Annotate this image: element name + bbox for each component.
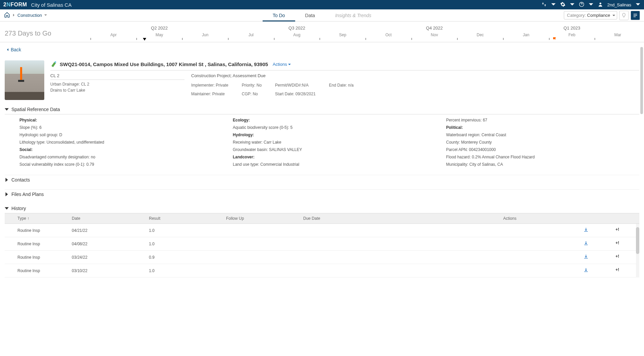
main-scrollbar[interactable] <box>639 47 644 277</box>
download-icon[interactable] <box>583 227 589 234</box>
section-toggle-files[interactable]: Files And Plans <box>5 190 639 199</box>
cell-result: 1.0 <box>149 242 226 246</box>
srd-item: Aquatic biodiversity score (0-5): 5 <box>233 125 426 130</box>
col-actions[interactable]: Actions <box>380 216 639 221</box>
gear-icon[interactable] <box>560 2 566 8</box>
breadcrumb-link[interactable]: Construction <box>17 13 42 18</box>
actions-dropdown[interactable]: Actions <box>273 62 291 67</box>
srd-item: Hydrologic soil group: D <box>19 133 213 137</box>
home-icon[interactable] <box>4 12 10 19</box>
chevron-down-icon <box>288 63 291 66</box>
project-title: SWQ21-0014, Campos Mixed Use Buildings, … <box>60 61 268 67</box>
cell-type: Routine Insp <box>5 228 72 233</box>
section-spatial: Spatial Reference Data Physical: Slope (… <box>5 105 639 170</box>
escalate-button[interactable]: +! <box>615 241 619 247</box>
col-date[interactable]: Date <box>72 216 149 221</box>
triangle-down-icon <box>5 107 9 111</box>
user-name[interactable]: 2nd_Salinas <box>607 2 631 7</box>
priority: Priority: No <box>242 83 262 88</box>
table-row: Routine Insp04/08/221.0+! <box>5 237 639 251</box>
chevron-down-icon[interactable] <box>635 2 641 8</box>
section-toggle-history[interactable]: History <box>5 204 639 213</box>
pin-button[interactable] <box>619 11 629 20</box>
chevron-right-icon <box>10 13 17 18</box>
section-title: History <box>11 206 26 211</box>
download-icon[interactable] <box>583 254 589 260</box>
category-icon <box>50 60 57 68</box>
table-row: Routine Insp04/21/221.0+! <box>5 224 639 237</box>
history-body: Routine Insp04/21/221.0+!Routine Insp04/… <box>5 224 639 277</box>
chevron-down-icon[interactable] <box>551 2 556 8</box>
triangle-right-icon <box>5 192 9 196</box>
srd-item: Land use type: Commercial Industrial <box>233 162 426 167</box>
category-select[interactable]: Category: Compliance <box>564 11 617 19</box>
today-marker-icon <box>143 37 146 42</box>
cell-date: 03/10/22 <box>72 268 149 273</box>
escalate-button[interactable]: +! <box>615 227 619 234</box>
srd-item: Social vulnerability index score (0-1): … <box>19 162 213 167</box>
srd-cat: Political: <box>446 125 639 130</box>
tab-todo[interactable]: To Do <box>263 9 295 21</box>
cell-date: 04/21/22 <box>72 228 149 233</box>
timeline-quarters: Q2 2022 Q3 2022 Q4 2022 Q1 2023 <box>91 26 641 31</box>
logo-part: FORM <box>10 2 27 7</box>
col-follow[interactable]: Follow Up <box>226 216 303 221</box>
srd-item: Parcel APN: 004234001000 <box>446 147 639 152</box>
sync-icon[interactable] <box>541 2 547 8</box>
chevron-down-icon[interactable] <box>588 2 594 8</box>
back-label: Back <box>11 47 21 52</box>
urban-drainage: Urban Drainage: CL 2 <box>50 82 184 87</box>
srd-cat: Social: <box>19 147 213 152</box>
back-link[interactable]: Back <box>6 47 21 52</box>
escalate-button[interactable]: +! <box>615 267 619 274</box>
col-result[interactable]: Result <box>149 216 226 221</box>
project-header: SWQ21-0014, Campos Mixed Use Buildings, … <box>5 60 639 100</box>
cell-type: Routine Insp <box>5 242 72 246</box>
timeline-ticks <box>91 37 641 42</box>
chevron-left-icon <box>6 48 9 51</box>
start-date: Start Date: 09/28/2021 <box>275 92 316 96</box>
download-icon[interactable] <box>583 267 589 274</box>
srd-item: Flood hazard: 0.2% Annual Chance Flood H… <box>446 155 639 159</box>
scrollbar[interactable] <box>636 224 639 277</box>
month-label: Sep <box>320 33 366 37</box>
srd-item: Slope (%): 6 <box>19 125 213 130</box>
month-label: Jul <box>228 33 274 37</box>
section-files: Files And Plans <box>5 189 639 199</box>
section-title: Spatial Reference Data <box>11 107 60 112</box>
chevron-down-icon[interactable] <box>570 2 575 8</box>
cell-result: 0.9 <box>149 255 226 260</box>
user-icon[interactable] <box>598 2 603 8</box>
help-icon[interactable] <box>579 2 584 8</box>
cell-result: 1.0 <box>149 268 226 273</box>
download-icon[interactable] <box>583 241 589 247</box>
month-label: Mar <box>595 33 641 37</box>
logo: 2NFORM <box>3 2 27 8</box>
history-header: Type ↑ Date Result Follow Up Due Date Ac… <box>5 213 639 224</box>
srd-item: County: Monterey County <box>446 140 639 145</box>
svg-point-1 <box>600 2 601 4</box>
srd-item: Lithology type: Unconsolidated, undiffer… <box>19 140 213 145</box>
month-label: Apr <box>91 33 137 37</box>
month-label: May <box>137 33 182 37</box>
section-toggle-spatial[interactable]: Spatial Reference Data <box>5 105 639 114</box>
col-due[interactable]: Due Date <box>303 216 380 221</box>
month-label: Aug <box>274 33 320 37</box>
city-name: City of Salinas CA <box>31 2 72 8</box>
tab-insights[interactable]: Insights & Trends <box>325 9 381 21</box>
srd-item: Receiving water: Carr Lake <box>233 140 426 145</box>
escalate-button[interactable]: +! <box>615 254 619 260</box>
srd-item: Percent impervious: 67 <box>446 118 639 122</box>
tab-data[interactable]: Data <box>295 9 325 21</box>
chevron-down-icon[interactable] <box>42 13 49 18</box>
list-button[interactable] <box>631 11 640 20</box>
col-type[interactable]: Type ↑ <box>5 216 72 221</box>
cell-type: Routine Insp <box>5 255 72 260</box>
subnav: Construction To Do Data Insights & Trend… <box>0 9 644 21</box>
quarter-label: Q3 2022 <box>228 26 366 31</box>
project-thumbnail[interactable] <box>5 60 44 100</box>
month-label: Feb <box>549 33 595 37</box>
drains-to: Drains to Carr Lake <box>50 88 184 93</box>
section-toggle-contacts[interactable]: Contacts <box>5 175 639 185</box>
month-label: Jun <box>182 33 228 37</box>
